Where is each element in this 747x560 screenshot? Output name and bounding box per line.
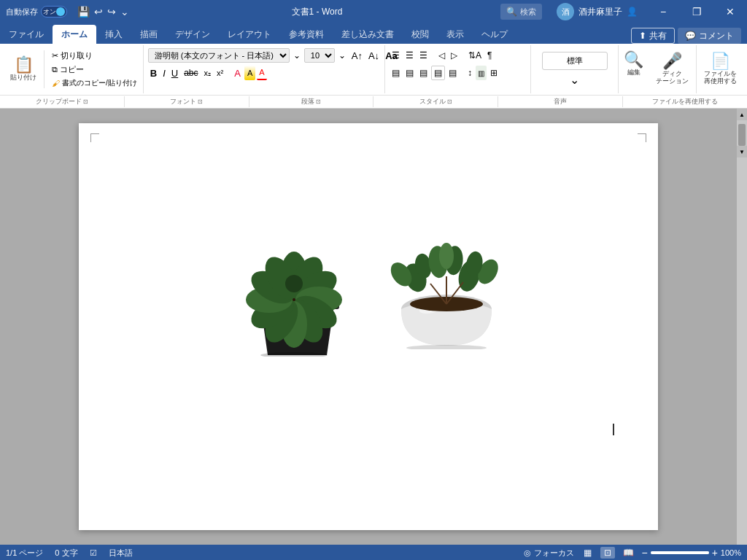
decrease-indent-button[interactable]: ◁ <box>436 48 447 63</box>
strikethrough-button[interactable]: abc <box>182 66 200 80</box>
font-name-select[interactable]: 游明朝 (本文のフォント - 日本語) <box>148 48 290 63</box>
close-button[interactable]: ✕ <box>713 0 747 23</box>
language-item[interactable]: 日本語 <box>109 548 133 559</box>
file-reuse-button[interactable]: 📄 ファイルを再使用する <box>701 50 740 88</box>
tab-view[interactable]: 表示 <box>438 25 473 44</box>
tab-insert[interactable]: 挿入 <box>96 25 131 44</box>
clear-format-button[interactable]: A <box>232 66 243 80</box>
window-title: 文書1 - Word <box>133 6 500 18</box>
right-scrollbar[interactable]: ▲ ▼ <box>737 109 747 545</box>
word-count-item[interactable]: 0 文字 <box>55 548 77 559</box>
account-icon[interactable]: 👤 <box>627 7 638 17</box>
tab-review[interactable]: 校閲 <box>403 25 438 44</box>
scroll-down-button[interactable]: ▼ <box>737 146 747 158</box>
zoom-minus-button[interactable]: − <box>641 547 647 559</box>
page-count-label: 1/1 ページ <box>6 548 43 559</box>
tab-references[interactable]: 参考資料 <box>280 25 333 44</box>
numbering-button[interactable]: ☰ <box>403 48 416 63</box>
font-size-select[interactable]: 10.5 <box>304 48 335 63</box>
zoom-plus-button[interactable]: + <box>712 547 718 559</box>
focus-label: フォーカス <box>534 548 574 559</box>
tab-home[interactable]: ホーム <box>53 25 96 44</box>
paragraph-expand-icon[interactable]: ⊡ <box>316 98 321 105</box>
align-left-button[interactable]: ▤ <box>390 66 402 80</box>
styles-expand-icon[interactable]: ⊡ <box>447 98 452 105</box>
clipboard-expand-icon[interactable]: ⊡ <box>83 98 88 105</box>
paste-button[interactable]: 📋 貼り付け <box>7 50 39 88</box>
style-normal[interactable]: 標準 <box>542 52 608 70</box>
justify-button[interactable]: ▤ <box>431 66 445 80</box>
status-right: ◎ フォーカス ▦ ⊡ 📖 − + 100% <box>524 547 741 559</box>
style-expand-button[interactable]: ⌄ <box>568 73 582 88</box>
share-button[interactable]: ⬆ 共有 <box>631 28 675 44</box>
underline-button[interactable]: U <box>169 66 180 80</box>
zoom-level-label: 100% <box>721 548 741 557</box>
tab-mailings[interactable]: 差し込み文書 <box>333 25 403 44</box>
format-painter-button[interactable]: 🖌 書式のコピー/貼り付け <box>49 77 140 90</box>
superscript-button[interactable]: x² <box>214 66 225 80</box>
search-icon: 🔍 <box>506 7 517 17</box>
undo-icon[interactable]: ↩ <box>94 6 103 18</box>
scroll-up-button[interactable]: ▲ <box>737 109 747 120</box>
print-layout-button[interactable]: ▦ <box>580 547 595 559</box>
track-icon: ☑ <box>90 548 97 558</box>
rtl-button[interactable]: ▤ <box>446 66 459 80</box>
font-name-dropdown[interactable]: ⌄ <box>291 48 303 63</box>
font-size-dropdown[interactable]: ⌄ <box>336 48 348 63</box>
decrease-font-size-button[interactable]: A↓ <box>366 48 382 63</box>
font-label-cell: フォント ⊡ <box>125 96 249 107</box>
copy-icon: ⧉ <box>52 65 58 74</box>
autosave-area: 自動保存 オン <box>0 6 73 18</box>
increase-indent-button[interactable]: ▷ <box>449 48 460 63</box>
zoom-slider[interactable] <box>651 551 709 554</box>
tab-file[interactable]: ファイル <box>0 25 53 44</box>
ribbon: 📋 貼り付け ✂ 切り取り ⧉ コピー 🖌 書式のコピー/貼り付け <box>0 44 747 109</box>
web-layout-button[interactable]: ⊡ <box>600 547 615 559</box>
scroll-track[interactable] <box>737 124 747 146</box>
italic-button[interactable]: I <box>160 66 168 80</box>
editing-button[interactable]: 🔍 編集 <box>619 45 649 83</box>
document-page <box>79 123 658 530</box>
bold-button[interactable]: B <box>148 66 159 80</box>
highlight-button[interactable]: A <box>244 66 255 80</box>
align-right-button[interactable]: ▤ <box>417 66 430 80</box>
search-input-label[interactable]: 検索 <box>520 7 536 18</box>
focus-button[interactable]: ◎ フォーカス <box>524 548 574 559</box>
borders-button[interactable]: ⊞ <box>488 66 500 80</box>
multilevel-button[interactable]: ☰ <box>417 48 430 63</box>
cut-button[interactable]: ✂ 切り取り <box>49 49 140 62</box>
bullets-button[interactable]: ☰ <box>390 48 402 63</box>
page-content <box>79 123 658 530</box>
save-icon[interactable]: 💾 <box>77 6 90 18</box>
restore-button[interactable]: ❐ <box>680 0 713 23</box>
autosave-toggle[interactable]: オン <box>41 6 67 18</box>
font-expand-icon[interactable]: ⊡ <box>198 98 203 105</box>
redo-icon[interactable]: ↪ <box>107 6 116 18</box>
comment-button[interactable]: 💬 コメント <box>678 28 741 44</box>
document-scroll[interactable] <box>0 109 737 545</box>
autosave-label: 自動保存 <box>6 7 38 18</box>
tab-design[interactable]: デザイン <box>166 25 219 44</box>
plant2-svg <box>390 196 503 349</box>
font-color-button[interactable]: A <box>257 66 266 80</box>
dictation-button[interactable]: 🎤 ディクテーション <box>653 50 692 88</box>
page-count-item[interactable]: 1/1 ページ <box>6 548 43 559</box>
shading-button[interactable]: ▥ <box>476 66 487 80</box>
customize-icon[interactable]: ⌄ <box>120 6 129 18</box>
tab-draw[interactable]: 描画 <box>131 25 166 44</box>
ribbon-group-styles: 標準 ⌄ <box>531 45 619 93</box>
sort-button[interactable]: ⇅A <box>466 48 484 63</box>
line-spacing-button[interactable]: ↕ <box>465 66 474 80</box>
paragraph-marks-button[interactable]: ¶ <box>485 48 494 63</box>
read-mode-button[interactable]: 📖 <box>621 547 635 559</box>
tab-help[interactable]: ヘルプ <box>473 25 516 44</box>
scroll-thumb[interactable] <box>738 124 746 146</box>
copy-button[interactable]: ⧉ コピー <box>49 63 140 76</box>
minimize-button[interactable]: − <box>646 0 680 23</box>
autosave-state: オン <box>43 7 56 17</box>
track-changes-item[interactable]: ☑ <box>90 548 97 558</box>
increase-font-size-button[interactable]: A↑ <box>349 48 365 63</box>
tab-layout[interactable]: レイアウト <box>219 25 280 44</box>
align-center-button[interactable]: ▤ <box>403 66 416 80</box>
subscript-button[interactable]: x₂ <box>202 66 214 80</box>
